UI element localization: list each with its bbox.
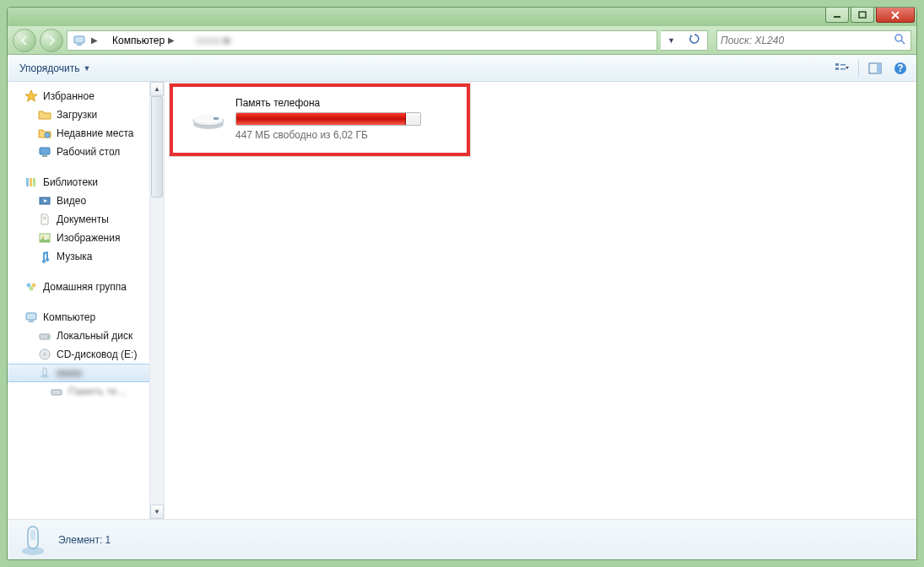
chevron-down-icon: ▼ — [83, 64, 90, 73]
star-icon — [24, 89, 38, 103]
breadcrumb[interactable]: ▶ Компьютер ▶ xxxxx ▶ — [67, 30, 657, 51]
drive-icon — [50, 385, 63, 398]
svg-rect-14 — [40, 148, 50, 154]
toolbar: Упорядочить ▼ ? — [8, 55, 916, 82]
svg-rect-3 — [77, 44, 82, 46]
preview-pane-button[interactable] — [866, 59, 884, 78]
sidebar-recent[interactable]: Недавние места — [8, 124, 164, 143]
phone-large-icon — [18, 523, 48, 557]
explorer-window: ▶ Компьютер ▶ xxxxx ▶ ▼ Упорядочить — [7, 7, 917, 560]
search-input[interactable] — [721, 35, 894, 46]
svg-rect-5 — [835, 63, 839, 66]
search-box[interactable] — [716, 30, 911, 51]
svg-point-4 — [895, 35, 902, 41]
device-icon — [73, 34, 86, 47]
sidebar-video[interactable]: Видео — [8, 192, 164, 210]
maximize-button[interactable] — [851, 8, 874, 23]
organize-label: Упорядочить — [19, 62, 79, 74]
svg-rect-21 — [43, 219, 46, 219]
sidebar: Избранное Загрузки Недавние места — [8, 82, 165, 519]
sidebar-label: Документы — [57, 213, 109, 225]
video-icon — [38, 194, 51, 208]
explorer-body: Избранное Загрузки Недавние места — [8, 82, 916, 519]
refresh-box: ▼ — [661, 30, 708, 51]
sidebar-local-disk[interactable]: Локальный диск — [8, 327, 164, 345]
documents-icon — [38, 213, 51, 226]
sidebar-music[interactable]: Музыка — [8, 247, 164, 266]
nav-computer: Компьютер Локальный диск CD-дисковод (E:… — [8, 308, 164, 401]
sidebar-label: CD-дисковод (E:) — [57, 348, 137, 360]
sidebar-label: Библиотеки — [43, 176, 98, 188]
breadcrumb-computer[interactable]: Компьютер ▶ — [107, 31, 184, 50]
capacity-bar — [235, 112, 421, 126]
divider — [858, 60, 859, 77]
svg-rect-7 — [840, 64, 846, 66]
navbar: ▶ Компьютер ▶ xxxxx ▶ ▼ — [8, 26, 916, 55]
scroll-thumb[interactable] — [151, 96, 163, 197]
computer-icon — [24, 310, 38, 324]
dropdown-icon[interactable]: ▼ — [667, 36, 675, 45]
sidebar-label: Память те… — [68, 386, 127, 397]
sidebar-favorites[interactable]: Избранное — [8, 87, 164, 105]
scrollbar[interactable]: ▲ ▼ — [149, 82, 164, 519]
svg-rect-8 — [840, 68, 846, 70]
svg-point-13 — [45, 132, 50, 138]
svg-rect-27 — [26, 313, 36, 320]
sidebar-computer[interactable]: Компьютер — [8, 308, 164, 327]
svg-point-30 — [47, 336, 49, 338]
sidebar-extra[interactable]: Память те… — [8, 382, 164, 401]
svg-rect-34 — [43, 368, 46, 375]
svg-rect-1 — [859, 12, 866, 18]
libraries-icon — [24, 176, 38, 189]
scroll-up-button[interactable]: ▲ — [150, 82, 164, 96]
back-button[interactable] — [13, 29, 36, 52]
nav-homegroup: Домашняя группа — [8, 278, 164, 296]
help-button[interactable]: ? — [891, 59, 910, 78]
svg-rect-6 — [835, 68, 839, 70]
music-icon — [38, 250, 51, 263]
view-options-button[interactable] — [833, 59, 851, 78]
sidebar-documents[interactable]: Документы — [8, 210, 164, 229]
content-pane: Память телефона 447 МБ свободно из 6,02 … — [165, 82, 916, 519]
sidebar-device-selected[interactable]: xxxxx — [8, 364, 164, 382]
svg-rect-10 — [877, 63, 881, 73]
sidebar-label-blurred: xxxxx — [57, 367, 82, 379]
drive-icon — [38, 329, 51, 343]
sidebar-downloads[interactable]: Загрузки — [8, 105, 164, 124]
sidebar-cd-drive[interactable]: CD-дисковод (E:) — [8, 345, 164, 364]
chevron-right-icon: ▶ — [88, 35, 101, 45]
sidebar-label: Компьютер — [43, 311, 95, 323]
phone-icon — [38, 366, 51, 380]
sidebar-label: Музыка — [57, 251, 92, 262]
forward-button[interactable] — [40, 29, 63, 52]
sidebar-label: Загрузки — [57, 109, 97, 121]
sidebar-label: Локальный диск — [57, 330, 132, 342]
organize-button[interactable]: Упорядочить ▼ — [14, 59, 95, 78]
titlebar — [8, 8, 916, 26]
pictures-icon — [38, 231, 51, 245]
svg-rect-16 — [26, 178, 29, 186]
close-button[interactable] — [876, 8, 915, 23]
sidebar-desktop[interactable]: Рабочий стол — [8, 143, 164, 161]
scroll-down-button[interactable]: ▼ — [150, 505, 164, 519]
svg-point-25 — [32, 284, 36, 288]
svg-text:?: ? — [897, 62, 903, 74]
svg-rect-2 — [74, 36, 84, 43]
chevron-right-icon: ▶ — [221, 35, 235, 45]
refresh-icon[interactable] — [689, 33, 700, 47]
breadcrumb-root-icon[interactable]: ▶ — [68, 31, 107, 50]
svg-rect-18 — [33, 178, 35, 186]
sidebar-label: Недавние места — [57, 127, 133, 139]
minimize-button[interactable] — [825, 8, 849, 23]
svg-rect-20 — [43, 217, 46, 218]
svg-point-32 — [44, 354, 46, 356]
sidebar-homegroup[interactable]: Домашняя группа — [8, 278, 164, 296]
chevron-right-icon: ▶ — [165, 35, 178, 45]
scroll-track[interactable] — [150, 96, 164, 505]
sidebar-pictures[interactable]: Изображения — [8, 229, 164, 247]
sidebar-libraries[interactable]: Библиотеки — [8, 173, 164, 192]
search-icon[interactable] — [894, 33, 907, 47]
breadcrumb-label: Компьютер — [112, 35, 165, 46]
svg-point-26 — [30, 287, 34, 291]
breadcrumb-device[interactable]: xxxxx ▶ — [184, 31, 247, 50]
